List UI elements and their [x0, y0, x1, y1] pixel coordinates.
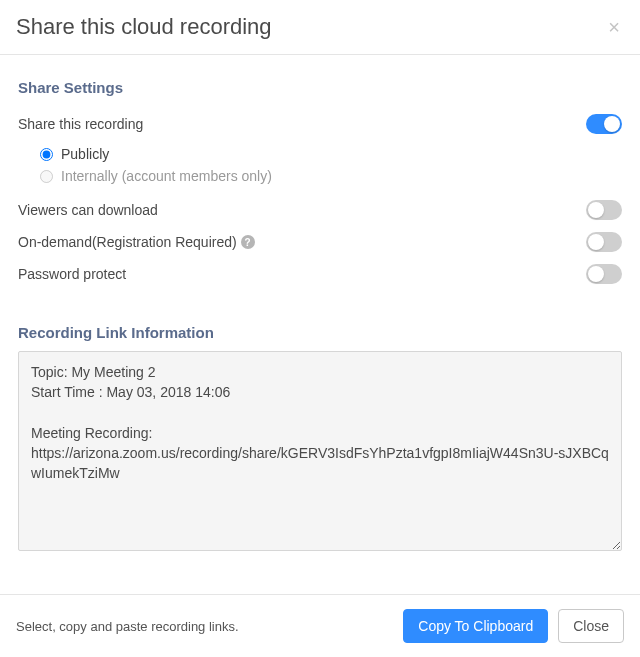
share-internal-label: Internally (account members only) [61, 168, 272, 184]
ondemand-toggle[interactable] [586, 232, 622, 252]
share-internal-radio-row[interactable]: Internally (account members only) [40, 168, 622, 184]
ondemand-label: On-demand(Registration Required) [18, 234, 237, 250]
close-button[interactable]: Close [558, 609, 624, 643]
share-recording-toggle[interactable] [586, 114, 622, 134]
viewers-download-row: Viewers can download [18, 200, 622, 220]
recording-link-textarea[interactable] [18, 351, 622, 551]
share-scope-options: Publicly Internally (account members onl… [18, 146, 622, 184]
share-public-label: Publicly [61, 146, 109, 162]
copy-clipboard-button[interactable]: Copy To Clipboard [403, 609, 548, 643]
share-dialog: Share this cloud recording × Share Setti… [0, 0, 640, 657]
share-public-radio-row[interactable]: Publicly [40, 146, 622, 162]
password-protect-label: Password protect [18, 266, 126, 282]
footer-buttons: Copy To Clipboard Close [403, 609, 624, 643]
share-recording-row: Share this recording [18, 114, 622, 134]
dialog-title: Share this cloud recording [16, 14, 272, 40]
share-internal-radio[interactable] [40, 170, 53, 183]
dialog-footer: Select, copy and paste recording links. … [0, 594, 640, 657]
link-info-heading: Recording Link Information [18, 324, 622, 341]
password-protect-row: Password protect [18, 264, 622, 284]
ondemand-label-wrap: On-demand(Registration Required) ? [18, 234, 255, 250]
viewers-download-label: Viewers can download [18, 202, 158, 218]
dialog-body: Share Settings Share this recording Publ… [0, 55, 640, 594]
dialog-header: Share this cloud recording × [0, 0, 640, 55]
footer-hint: Select, copy and paste recording links. [16, 619, 239, 634]
close-icon[interactable]: × [604, 17, 624, 37]
ondemand-row: On-demand(Registration Required) ? [18, 232, 622, 252]
share-settings-heading: Share Settings [18, 79, 622, 96]
password-protect-toggle[interactable] [586, 264, 622, 284]
share-public-radio[interactable] [40, 148, 53, 161]
viewers-download-toggle[interactable] [586, 200, 622, 220]
share-recording-label: Share this recording [18, 116, 143, 132]
help-icon[interactable]: ? [241, 235, 255, 249]
